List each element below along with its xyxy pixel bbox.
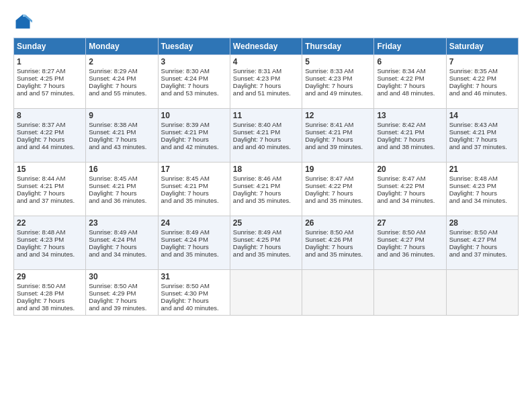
daylight-text-cont: and and 42 minutes. [161,143,219,150]
sunset-text: Sunset: 4:21 PM [89,128,136,136]
calendar-cell: 2Sunrise: 8:29 AMSunset: 4:24 PMDaylight… [86,55,158,109]
sunrise-text: Sunrise: 8:46 AM [233,175,281,182]
calendar-cell: 21Sunrise: 8:48 AMSunset: 4:23 PMDayligh… [446,163,518,216]
sunrise-text: Sunrise: 8:35 AM [449,67,498,75]
sunrise-text: Sunrise: 8:27 AM [17,67,65,75]
daylight-text: Daylight: 7 hours [89,82,136,89]
sunrise-text: Sunrise: 8:50 AM [161,282,210,289]
day-number: 29 [17,272,83,281]
calendar-cell: 14Sunrise: 8:43 AMSunset: 4:21 PMDayligh… [446,109,518,163]
day-number: 12 [305,111,371,120]
sunrise-text: Sunrise: 8:48 AM [17,228,65,236]
sunrise-text: Sunrise: 8:49 AM [161,228,210,236]
calendar-cell: 4Sunrise: 8:31 AMSunset: 4:23 PMDaylight… [230,55,302,109]
calendar-week-row: 15Sunrise: 8:44 AMSunset: 4:21 PMDayligh… [14,163,519,216]
logo [13,12,35,31]
day-header-friday: Friday [374,38,446,55]
calendar-week-row: 22Sunrise: 8:48 AMSunset: 4:23 PMDayligh… [14,216,519,270]
sunrise-text: Sunrise: 8:38 AM [89,121,137,128]
sunrise-text: Sunrise: 8:50 AM [305,228,353,236]
daylight-text-cont: and and 44 minutes. [17,143,75,150]
daylight-text: Daylight: 7 hours [449,243,497,250]
sunset-text: Sunset: 4:21 PM [17,182,64,189]
sunrise-text: Sunrise: 8:37 AM [17,121,65,128]
sunset-text: Sunset: 4:22 PM [305,182,352,189]
daylight-text-cont: and and 48 minutes. [377,89,435,97]
day-number: 1 [17,57,83,66]
daylight-text-cont: and and 34 minutes. [89,250,146,258]
day-number: 9 [89,111,154,120]
daylight-text: Daylight: 7 hours [305,243,353,250]
day-number: 26 [305,218,371,228]
sunrise-text: Sunrise: 8:41 AM [305,121,353,128]
sunrise-text: Sunrise: 8:39 AM [161,121,210,128]
sunrise-text: Sunrise: 8:40 AM [233,121,281,128]
day-number: 17 [161,165,227,174]
daylight-text-cont: and and 38 minutes. [377,143,435,150]
daylight-text: Daylight: 7 hours [161,243,209,250]
daylight-text: Daylight: 7 hours [17,82,64,89]
sunrise-text: Sunrise: 8:29 AM [89,67,137,75]
calendar-cell: 12Sunrise: 8:41 AMSunset: 4:21 PMDayligh… [302,109,374,163]
daylight-text-cont: and and 57 minutes. [17,89,75,97]
sunrise-text: Sunrise: 8:48 AM [449,175,498,182]
calendar-cell: 10Sunrise: 8:39 AMSunset: 4:21 PMDayligh… [158,109,230,163]
day-number: 28 [449,218,515,228]
daylight-text-cont: and and 53 minutes. [161,89,219,97]
daylight-text: Daylight: 7 hours [449,82,497,89]
daylight-text: Daylight: 7 hours [89,136,136,143]
sunset-text: Sunset: 4:21 PM [161,182,208,189]
page: SundayMondayTuesdayWednesdayThursdayFrid… [0,0,532,411]
daylight-text: Daylight: 7 hours [89,297,136,304]
calendar-cell: 7Sunrise: 8:35 AMSunset: 4:22 PMDaylight… [446,55,518,109]
day-number: 13 [377,111,443,120]
calendar-cell: 22Sunrise: 8:48 AMSunset: 4:23 PMDayligh… [14,216,86,270]
daylight-text: Daylight: 7 hours [161,189,209,197]
sunset-text: Sunset: 4:22 PM [17,128,64,136]
calendar-cell: 6Sunrise: 8:34 AMSunset: 4:22 PMDaylight… [374,55,446,109]
sunset-text: Sunset: 4:21 PM [377,128,424,136]
header [13,12,519,31]
sunrise-text: Sunrise: 8:42 AM [377,121,425,128]
calendar-cell [446,270,518,316]
daylight-text: Daylight: 7 hours [233,82,281,89]
calendar-week-row: 8Sunrise: 8:37 AMSunset: 4:22 PMDaylight… [14,109,519,163]
sunset-text: Sunset: 4:24 PM [89,75,136,82]
daylight-text: Daylight: 7 hours [377,82,425,89]
day-number: 24 [161,218,227,228]
daylight-text: Daylight: 7 hours [89,243,136,250]
day-number: 27 [377,218,443,228]
calendar-cell: 9Sunrise: 8:38 AMSunset: 4:21 PMDaylight… [86,109,158,163]
day-number: 15 [17,165,83,174]
daylight-text: Daylight: 7 hours [377,189,425,197]
daylight-text: Daylight: 7 hours [89,189,136,197]
sunset-text: Sunset: 4:23 PM [233,75,280,82]
sunrise-text: Sunrise: 8:47 AM [377,175,425,182]
day-number: 16 [89,165,154,174]
sunrise-text: Sunrise: 8:34 AM [377,67,425,75]
sunrise-text: Sunrise: 8:49 AM [233,228,281,236]
day-number: 31 [161,272,227,281]
daylight-text: Daylight: 7 hours [233,243,281,250]
calendar-cell: 31Sunrise: 8:50 AMSunset: 4:30 PMDayligh… [158,270,230,316]
sunrise-text: Sunrise: 8:45 AM [89,175,137,182]
sunset-text: Sunset: 4:27 PM [449,236,496,243]
daylight-text-cont: and and 40 minutes. [161,304,219,312]
daylight-text: Daylight: 7 hours [17,297,64,304]
day-number: 14 [449,111,515,120]
sunset-text: Sunset: 4:25 PM [17,75,64,82]
calendar-cell: 18Sunrise: 8:46 AMSunset: 4:21 PMDayligh… [230,163,302,216]
daylight-text-cont: and and 37 minutes. [449,250,507,258]
sunrise-text: Sunrise: 8:33 AM [305,67,353,75]
calendar-cell: 13Sunrise: 8:42 AMSunset: 4:21 PMDayligh… [374,109,446,163]
daylight-text-cont: and and 49 minutes. [305,89,363,97]
sunset-text: Sunset: 4:24 PM [161,75,208,82]
daylight-text: Daylight: 7 hours [161,297,209,304]
logo-icon [13,12,32,31]
calendar-cell: 27Sunrise: 8:50 AMSunset: 4:27 PMDayligh… [374,216,446,270]
calendar-cell: 25Sunrise: 8:49 AMSunset: 4:25 PMDayligh… [230,216,302,270]
sunset-text: Sunset: 4:21 PM [305,128,352,136]
daylight-text: Daylight: 7 hours [377,136,425,143]
calendar-cell [374,270,446,316]
sunset-text: Sunset: 4:22 PM [449,75,496,82]
